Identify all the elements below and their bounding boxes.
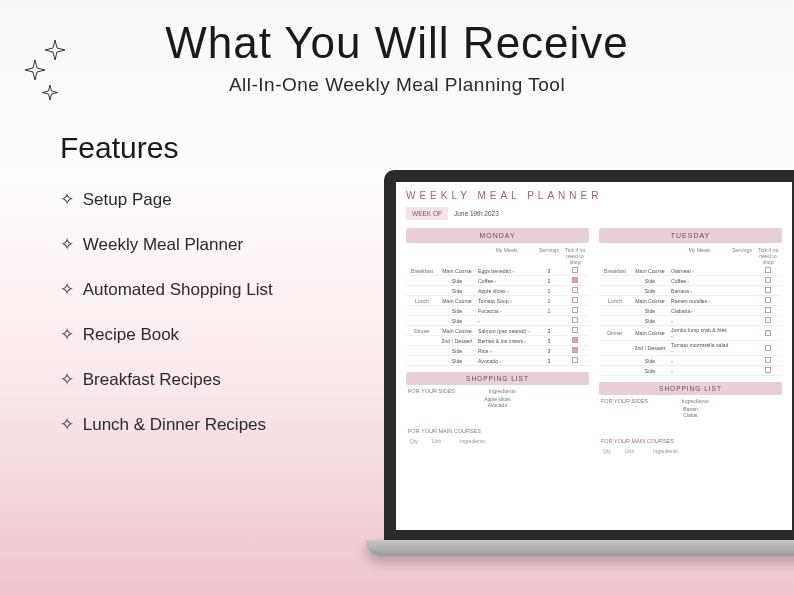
meal-food-dropdown[interactable]: Coffee	[476, 278, 537, 284]
meal-type: Main Course	[438, 328, 476, 334]
shop-checkbox[interactable]	[561, 267, 589, 274]
shop-checkbox[interactable]	[754, 357, 782, 364]
week-of-label: WEEK OF	[406, 207, 448, 220]
ingredients-label: Ingredients	[460, 438, 585, 444]
shop-checkbox[interactable]	[561, 357, 589, 364]
meal-food-dropdown[interactable]	[669, 318, 730, 324]
day-header: TUESDAY	[599, 228, 782, 243]
meal-type: Side	[631, 278, 669, 284]
week-of-value: June 19th 2023	[448, 207, 505, 220]
meal-category: Lunch	[406, 298, 438, 304]
shop-checkbox[interactable]	[754, 317, 782, 324]
meal-row: Side Banana	[599, 286, 782, 296]
meal-food-dropdown[interactable]: Ramen noodles	[669, 298, 730, 304]
meal-row: 2nd / Dessert Tomato mozzarella salad	[599, 341, 782, 356]
meal-food-dropdown[interactable]: Oatmeal	[669, 268, 730, 274]
meal-category: Lunch	[599, 298, 631, 304]
meal-type: Side	[438, 288, 476, 294]
servings-value: 1	[537, 288, 561, 294]
shop-checkbox[interactable]	[754, 345, 782, 352]
meal-type: Main Course	[631, 268, 669, 274]
feature-item: Setup Page	[60, 189, 380, 210]
servings-head: Servings	[537, 247, 561, 265]
servings-value: 3	[537, 358, 561, 364]
day-header: MONDAY	[406, 228, 589, 243]
shop-checkbox[interactable]	[754, 287, 782, 294]
meal-food-dropdown[interactable]: Rice	[476, 348, 537, 354]
mains-section: FOR YOUR MAIN COURSES QtyUnitIngredients	[406, 425, 589, 449]
meal-row: Lunch Main Course Ramen noodles	[599, 296, 782, 306]
shop-checkbox[interactable]	[561, 277, 589, 284]
meal-row: Side Focaccia 1	[406, 306, 589, 316]
meal-row: Side Rice 3	[406, 346, 589, 356]
shopping-list-header: SHOPPING LIST	[406, 372, 589, 385]
meal-type: Side	[631, 358, 669, 364]
features-heading: Features	[60, 131, 380, 165]
shop-checkbox[interactable]	[561, 307, 589, 314]
shop-checkbox[interactable]	[754, 307, 782, 314]
servings-value: 3	[537, 338, 561, 344]
meal-row: Side	[599, 366, 782, 376]
qty-label: Qty	[603, 448, 625, 454]
servings-head: Servings	[730, 247, 754, 265]
tick-head: Tick if no need to shop	[754, 247, 782, 265]
feature-item: Recipe Book	[60, 324, 380, 345]
meal-food-dropdown[interactable]: Banana	[669, 288, 730, 294]
page-title: What You Will Receive	[0, 0, 794, 68]
meal-food-dropdown[interactable]: Berries & ice cream	[476, 338, 537, 344]
shop-checkbox[interactable]	[561, 287, 589, 294]
unit-label: Unit	[432, 438, 460, 444]
meal-row: Side Coffee	[599, 276, 782, 286]
day-column: TUESDAYMy MealsServingsTick if no need t…	[599, 228, 782, 459]
meal-category: Breakfast	[406, 268, 438, 274]
meal-type: Side	[438, 308, 476, 314]
meal-type: Side	[631, 308, 669, 314]
meal-food-dropdown[interactable]: Avocado	[476, 358, 537, 364]
meal-food-dropdown[interactable]: Apple slices	[476, 288, 537, 294]
meal-food-dropdown[interactable]	[476, 318, 537, 324]
meal-type: Side	[438, 318, 476, 324]
meal-food-dropdown[interactable]: Jumbo lump crab & fries	[669, 327, 730, 339]
meal-row: Side Ciabatta	[599, 306, 782, 316]
sides-label: FOR YOUR SIDES Ingredients	[408, 388, 587, 394]
meal-type: Side	[438, 278, 476, 284]
shop-checkbox[interactable]	[561, 347, 589, 354]
meal-type: Side	[631, 318, 669, 324]
meal-row: Lunch Main Course Tomato Soup 1	[406, 296, 589, 306]
meal-food-dropdown[interactable]: Salmon (pan seared)	[476, 328, 537, 334]
meal-type: Side	[438, 348, 476, 354]
stars-decoration	[20, 35, 80, 115]
shop-checkbox[interactable]	[754, 277, 782, 284]
meal-food-dropdown[interactable]	[669, 358, 730, 364]
shop-checkbox[interactable]	[754, 267, 782, 274]
shop-checkbox[interactable]	[754, 297, 782, 304]
meal-type: Main Course	[438, 268, 476, 274]
meal-food-dropdown[interactable]: Eggs benedict	[476, 268, 537, 274]
shop-checkbox[interactable]	[561, 297, 589, 304]
meal-type: Side	[631, 288, 669, 294]
meal-food-dropdown[interactable]	[669, 368, 730, 374]
servings-value: 3	[537, 268, 561, 274]
meal-row: Side Coffee 2	[406, 276, 589, 286]
meal-food-dropdown[interactable]: Tomato Soup	[476, 298, 537, 304]
meal-row: Dinner Main Course Jumbo lump crab & fri…	[599, 326, 782, 341]
meal-food-dropdown[interactable]: Coffee	[669, 278, 730, 284]
shop-checkbox[interactable]	[561, 317, 589, 324]
meal-row: Dinner Main Course Salmon (pan seared) 3	[406, 326, 589, 336]
feature-item: Breakfast Recipes	[60, 369, 380, 390]
shop-checkbox[interactable]	[754, 367, 782, 374]
shop-checkbox[interactable]	[561, 327, 589, 334]
meal-category: Dinner	[406, 328, 438, 334]
laptop-mockup: WEEKLY MEAL PLANNER WEEK OF June 19th 20…	[384, 170, 794, 556]
meal-type: Main Course	[438, 298, 476, 304]
meal-row: 2nd / Dessert Berries & ice cream 3	[406, 336, 589, 346]
meal-food-dropdown[interactable]: Ciabatta	[669, 308, 730, 314]
meal-food-dropdown[interactable]: Tomato mozzarella salad	[669, 342, 730, 354]
meal-food-dropdown[interactable]: Focaccia	[476, 308, 537, 314]
meals-head: My Meals	[476, 247, 537, 265]
meal-type: Main Course	[631, 330, 669, 336]
ingredients-label: Ingredients	[653, 448, 778, 454]
shop-checkbox[interactable]	[561, 337, 589, 344]
servings-value: 1	[537, 298, 561, 304]
shop-checkbox[interactable]	[754, 330, 782, 337]
